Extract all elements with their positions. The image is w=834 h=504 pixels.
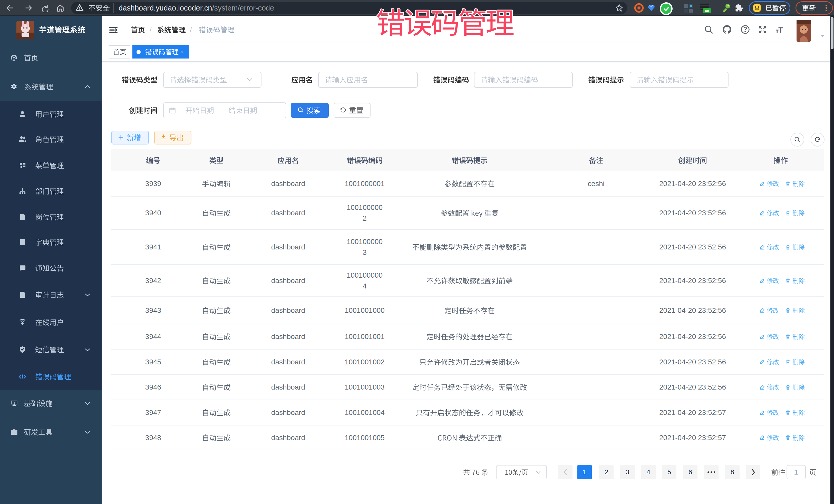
svg-text:on: on	[705, 9, 709, 13]
